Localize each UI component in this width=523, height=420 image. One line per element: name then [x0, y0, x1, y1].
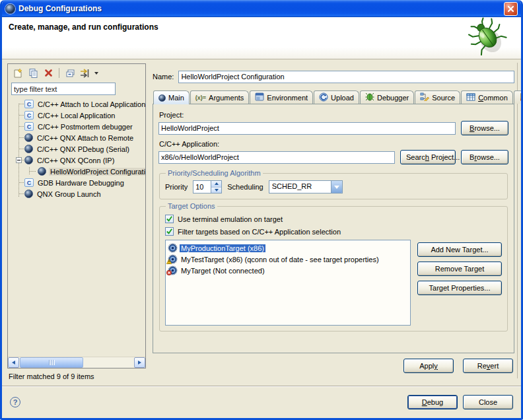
tab-label: Upload	[331, 94, 354, 102]
target-list[interactable]: MyProductionTarget (x86) MyTestTarget (x…	[165, 240, 411, 326]
browse-application-button[interactable]: Browse...	[461, 150, 508, 164]
tree-item-label: HelloWorldProject Configuration	[49, 168, 145, 176]
tree-item-label: QNX Group Launch	[36, 190, 102, 198]
debugger-tab-icon	[365, 92, 374, 102]
priority-label: Priority	[165, 183, 188, 191]
delete-icon[interactable]	[42, 67, 54, 79]
application-label: C/C++ Application:	[159, 140, 508, 148]
window-icon	[5, 4, 15, 14]
tree-item-attach-local[interactable]: C/C++ Attach to Local Application	[8, 98, 145, 110]
project-input[interactable]	[158, 122, 456, 135]
target-icon	[168, 243, 178, 253]
tab-debugger[interactable]: Debugger	[360, 90, 414, 104]
close-icon[interactable]	[504, 2, 518, 16]
scroll-left-icon[interactable]	[8, 357, 19, 368]
tree-item-qnx-pdebug[interactable]: C/C++ QNX PDebug (Serial)	[8, 143, 145, 155]
tree-item-postmortem[interactable]: C/C++ Postmortem debugger	[8, 121, 145, 132]
priority-input[interactable]	[193, 180, 211, 193]
tab-arguments[interactable]: (x)= Arguments	[190, 90, 249, 104]
apply-revert-row: Apply Revert	[153, 359, 514, 373]
filter-targets-row: Filter targets based on C/C++ Applicatio…	[165, 227, 502, 236]
priority-stepper[interactable]	[193, 180, 222, 193]
tree-item-qnx-group-launch[interactable]: QNX Group Launch	[8, 188, 145, 199]
target-item-mytarget[interactable]: MyTarget (Not connected)	[167, 265, 409, 276]
banner-heading: Create, manage, and run configurations	[9, 22, 158, 32]
tree-item-label: C/C++ Postmortem debugger	[36, 123, 134, 131]
tab-label: Arguments	[209, 94, 244, 102]
dropdown-arrow-icon[interactable]	[94, 72, 98, 75]
add-new-target-button[interactable]: Add New Target...	[417, 242, 502, 257]
name-row: Name:	[153, 70, 514, 83]
tree-item-label: C/C++ QNX PDebug (Serial)	[36, 145, 131, 153]
window-title: Debug Configurations	[18, 4, 501, 13]
application-row: Search Project... Browse...	[158, 150, 508, 164]
scroll-right-icon[interactable]	[134, 357, 145, 368]
tab-label: Source	[432, 94, 455, 102]
target-item-production[interactable]: MyProductionTarget (x86)	[167, 242, 409, 254]
qnx-launch-icon	[24, 156, 33, 164]
tree-horizontal-scrollbar[interactable]	[8, 357, 145, 368]
target-properties-button[interactable]: Target Properties...	[417, 281, 502, 295]
tree-item-label: C/C++ Attach to Local Application	[36, 100, 145, 108]
tab-common[interactable]: Common	[461, 90, 513, 104]
chevron-down-icon[interactable]	[331, 181, 342, 193]
qnx-launch-icon	[38, 167, 46, 176]
title-bar[interactable]: Debug Configurations	[2, 0, 521, 17]
banner: Create, manage, and run configurations	[2, 17, 521, 59]
targets-area: MyProductionTarget (x86) MyTestTarget (x…	[165, 240, 502, 326]
revert-button[interactable]: Revert	[463, 359, 513, 373]
common-tab-icon	[466, 93, 475, 102]
tab-upload[interactable]: Upload	[314, 90, 359, 104]
error-overlay-icon	[166, 269, 172, 277]
button-bar: ? Debug Close	[2, 386, 521, 418]
tree-item-qnx-attach-remote[interactable]: C/C++ QNX Attach to Remote	[8, 132, 145, 143]
collapse-all-icon[interactable]	[64, 67, 76, 79]
new-launch-config-icon[interactable]	[12, 67, 24, 79]
main-tab-icon	[158, 94, 166, 102]
duplicate-icon[interactable]	[27, 67, 39, 79]
tab-source[interactable]: Source	[415, 90, 460, 104]
target-item-test[interactable]: MyTestTarget (x86) (qconn out of date - …	[167, 254, 409, 265]
tab-tools[interactable]: Tools	[514, 90, 523, 104]
c-launch-icon	[24, 111, 34, 120]
filter-icon[interactable]	[79, 67, 91, 79]
tree-item-label: GDB Hardware Debugging	[36, 179, 125, 187]
filter-input[interactable]	[11, 83, 116, 95]
scrollbar-track[interactable]	[19, 357, 134, 368]
tree-item-local-application[interactable]: C/C++ Local Application	[8, 110, 145, 121]
tree-item-gdb-hardware[interactable]: GDB Hardware Debugging	[8, 177, 145, 188]
sidebar-toolbar	[8, 64, 145, 81]
browse-project-button[interactable]: Browse...	[461, 121, 508, 135]
scheduling-value: SCHED_RR	[269, 181, 331, 193]
toolbar-separator	[59, 68, 59, 78]
terminal-emulation-row: Use terminal emulation on target	[165, 215, 502, 223]
scrollbar-thumb[interactable]	[20, 357, 83, 368]
application-input[interactable]	[158, 151, 395, 164]
name-input[interactable]	[178, 71, 514, 83]
tree-item-qnx-qconn[interactable]: C/C++ QNX QConn (IP)	[8, 155, 145, 166]
target-icon	[168, 254, 178, 264]
dialog-content: C/C++ Attach to Local Application C/C++ …	[2, 59, 521, 386]
stepper-down-icon[interactable]	[211, 187, 221, 193]
priority-row: Priority Scheduling SCHED_RR	[165, 180, 502, 193]
stepper-up-icon[interactable]	[211, 181, 221, 187]
help-icon[interactable]: ?	[10, 397, 20, 407]
tree-item-helloworld-config[interactable]: HelloWorldProject Configuration	[8, 166, 145, 177]
close-button[interactable]: Close	[463, 395, 513, 409]
remove-target-button[interactable]: Remove Target	[417, 262, 502, 276]
collapse-toggle-icon[interactable]	[16, 157, 22, 163]
search-project-button[interactable]: Search Project...	[400, 150, 456, 164]
terminal-emulation-checkbox[interactable]	[165, 215, 174, 223]
apply-button[interactable]: Apply	[403, 359, 454, 373]
tab-main[interactable]: Main	[153, 90, 190, 104]
filter-targets-checkbox[interactable]	[165, 227, 174, 236]
debug-button[interactable]: Debug	[407, 395, 458, 409]
scrollbar-grip	[49, 360, 55, 365]
tree-item-label: C/C++ QNX Attach to Remote	[36, 134, 135, 142]
source-tab-icon	[420, 92, 429, 102]
c-launch-icon	[24, 178, 34, 187]
scheduling-select[interactable]: SCHED_RR	[269, 180, 343, 193]
editor-right-edge	[517, 63, 518, 378]
tab-environment[interactable]: Environment	[250, 90, 313, 104]
priority-group-title: Priority/Scheduling Algorithm	[166, 169, 263, 177]
